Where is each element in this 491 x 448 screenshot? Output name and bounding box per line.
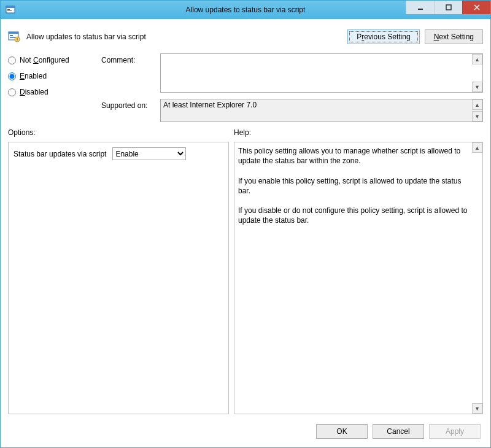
svg-rect-11 (10, 37, 15, 38)
radio-disabled[interactable]: Disabled (8, 88, 99, 96)
svg-rect-13 (17, 38, 18, 41)
scroll-down-icon[interactable]: ▼ (472, 82, 482, 92)
svg-rect-2 (7, 9, 10, 10)
state-radio-group: Not Configured Enabled Disabled (8, 53, 99, 96)
svg-rect-10 (10, 35, 13, 36)
radio-not-configured-input[interactable] (8, 56, 16, 64)
help-section-label: Help: (234, 128, 483, 137)
dialog-window: Allow updates to status bar via script (0, 0, 491, 448)
ok-button[interactable]: OK (316, 424, 368, 439)
supported-value: At least Internet Explorer 7.0 (163, 101, 471, 120)
help-text: This policy setting allows you to manage… (234, 142, 482, 414)
close-button[interactable] (462, 1, 490, 14)
next-setting-button[interactable]: Next Setting (425, 29, 483, 44)
comment-textbox[interactable]: ▲ ▼ (160, 53, 483, 93)
title-bar[interactable]: Allow updates to status bar via script (1, 1, 490, 19)
help-panel: This policy setting allows you to manage… (234, 142, 483, 414)
content-area: Allow updates to status bar via script P… (1, 19, 490, 447)
svg-rect-5 (446, 5, 451, 10)
apply-button[interactable]: Apply (429, 424, 481, 439)
options-inner: Status bar updates via script Enable (9, 142, 228, 165)
options-panel: Status bar updates via script Enable (8, 142, 229, 414)
svg-rect-3 (7, 10, 12, 11)
radio-not-configured[interactable]: Not Configured (8, 56, 99, 64)
policy-icon (8, 31, 20, 43)
minimize-button[interactable] (406, 1, 434, 14)
svg-rect-1 (6, 6, 15, 8)
supported-label: Supported on: (101, 99, 158, 110)
scroll-down-icon[interactable]: ▼ (472, 111, 482, 122)
option-select[interactable]: Enable (112, 147, 186, 160)
scroll-up-icon[interactable]: ▲ (472, 142, 482, 153)
panels: Status bar updates via script Enable Thi… (8, 142, 483, 414)
comment-label: Comment: (101, 53, 158, 64)
footer-buttons: OK Cancel Apply (8, 419, 483, 441)
radio-enabled[interactable]: Enabled (8, 72, 99, 80)
scroll-up-icon[interactable]: ▲ (472, 54, 482, 64)
maximize-button[interactable] (434, 1, 462, 14)
supported-textbox: At least Internet Explorer 7.0 ▲ ▼ (160, 99, 483, 122)
app-icon (6, 5, 15, 15)
comment-value[interactable] (163, 55, 471, 91)
nav-buttons: Previous Setting Next Setting (347, 29, 483, 44)
option-control-label: Status bar updates via script (14, 150, 106, 158)
previous-setting-button[interactable]: Previous Setting (347, 29, 419, 44)
svg-rect-9 (9, 32, 18, 34)
upper-grid: Not Configured Enabled Disabled Comment:… (8, 53, 483, 122)
radio-disabled-input[interactable] (8, 88, 16, 96)
section-labels: Options: Help: (8, 128, 483, 137)
cancel-button[interactable]: Cancel (373, 424, 424, 439)
svg-rect-4 (418, 9, 423, 10)
window-controls (406, 1, 490, 14)
policy-title: Allow updates to status bar via script (26, 33, 341, 41)
scroll-down-icon[interactable]: ▼ (472, 403, 482, 414)
header-row: Allow updates to status bar via script P… (8, 25, 483, 48)
options-section-label: Options: (8, 128, 229, 137)
scroll-up-icon[interactable]: ▲ (472, 99, 482, 110)
radio-enabled-input[interactable] (8, 72, 16, 80)
